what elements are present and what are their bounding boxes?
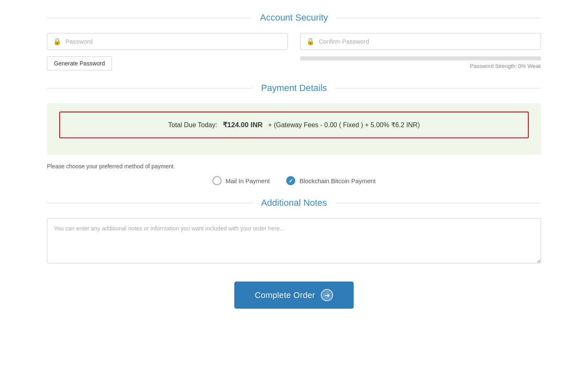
notes-header-line-right [335, 203, 541, 203]
notes-header-line-left [47, 203, 253, 203]
generate-password-area: Generate Password [47, 56, 288, 70]
blockchain-payment-option[interactable]: Blockchain Bitcoin Payment [286, 176, 376, 185]
total-due-label: Total Due Today: [168, 121, 217, 128]
payment-header-line-left [47, 88, 253, 88]
account-security-header: Account Security [47, 12, 541, 23]
total-due-text: Total Due Today: ₹124.00 INR + (Gateway … [72, 121, 516, 129]
complete-order-arrow-icon: ➔ [321, 289, 333, 301]
account-security-title: Account Security [252, 12, 336, 23]
password-field-wrapper: 🔒 [47, 33, 288, 50]
password-strength-bar [300, 56, 541, 61]
password-strength-text: Password Strength: 0% Weak [470, 63, 541, 69]
gateway-fees-text: + (Gateway Fees - 0.00 ( Fixed ) + 5.00%… [268, 121, 420, 128]
total-amount: ₹124.00 INR [223, 121, 263, 129]
mail-in-label: Mail In Payment [226, 177, 270, 184]
payment-methods-group: Mail In Payment Blockchain Bitcoin Payme… [47, 176, 541, 185]
header-line-right [336, 18, 541, 18]
header-line-left [47, 18, 252, 18]
total-due-outer-box: Total Due Today: ₹124.00 INR + (Gateway … [47, 103, 541, 155]
additional-notes-header: Additional Notes [47, 198, 541, 208]
mail-in-radio[interactable] [212, 176, 222, 185]
payment-details-header: Payment Details [47, 83, 541, 93]
additional-notes-title: Additional Notes [253, 198, 335, 208]
complete-order-button[interactable]: Complete Order ➔ [234, 282, 354, 309]
blockchain-label: Blockchain Bitcoin Payment [299, 177, 376, 184]
additional-notes-section: Additional Notes [47, 198, 541, 265]
confirm-password-lock-icon: 🔒 [306, 37, 315, 45]
blockchain-radio[interactable] [286, 176, 295, 185]
mail-in-payment-option[interactable]: Mail In Payment [212, 176, 270, 185]
complete-order-label: Complete Order [255, 291, 315, 300]
additional-notes-textarea[interactable] [47, 218, 541, 263]
payment-details-title: Payment Details [253, 83, 335, 93]
confirm-password-field-wrapper: 🔒 [300, 33, 541, 50]
account-security-section: Account Security 🔒 🔒 Generate Password [47, 12, 541, 70]
payment-method-prompt: Please choose your preferred method of p… [47, 163, 541, 170]
generate-password-button[interactable]: Generate Password [47, 56, 112, 70]
confirm-password-input[interactable] [319, 38, 535, 45]
password-actions-row: Generate Password Password Strength: 0% … [47, 56, 541, 70]
payment-details-section: Payment Details Total Due Today: ₹124.00… [47, 83, 541, 185]
confirm-password-input-box[interactable]: 🔒 [300, 33, 541, 50]
password-strength-area: Password Strength: 0% Weak [300, 56, 541, 70]
password-input-box[interactable]: 🔒 [47, 33, 288, 50]
password-fields-row: 🔒 🔒 [47, 33, 541, 50]
password-lock-icon: 🔒 [53, 37, 61, 45]
complete-order-section: Complete Order ➔ [47, 282, 541, 309]
total-due-box: Total Due Today: ₹124.00 INR + (Gateway … [59, 112, 529, 138]
payment-header-line-right [335, 88, 541, 88]
password-input[interactable] [65, 38, 282, 45]
